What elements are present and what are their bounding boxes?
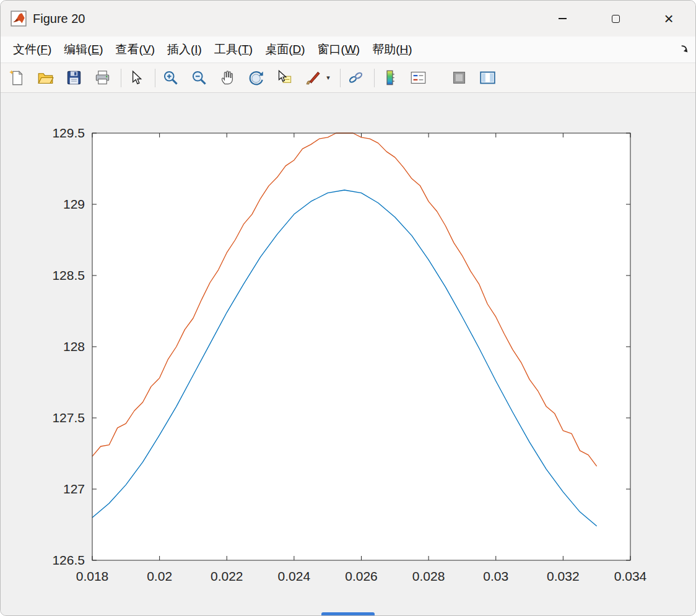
zoom-in-icon bbox=[162, 69, 179, 86]
brush-icon bbox=[305, 69, 321, 86]
toolbar-separator bbox=[155, 69, 155, 87]
svg-text:0.034: 0.034 bbox=[614, 569, 647, 583]
insert-legend-button[interactable] bbox=[408, 67, 428, 89]
pan-hand-icon bbox=[219, 69, 236, 86]
maximize-icon bbox=[612, 15, 620, 23]
save-icon bbox=[66, 69, 82, 86]
titlebar: Figure 20 × bbox=[1, 1, 695, 37]
svg-text:0.03: 0.03 bbox=[483, 569, 508, 583]
legend-icon bbox=[410, 69, 427, 86]
maximize-button[interactable] bbox=[589, 1, 642, 37]
svg-text:127: 127 bbox=[63, 482, 85, 496]
taskbar-indicator bbox=[321, 612, 375, 615]
svg-text:129.5: 129.5 bbox=[52, 126, 85, 140]
new-figure-button[interactable] bbox=[7, 67, 27, 89]
link-icon bbox=[347, 69, 364, 86]
show-plot-tools-dock-button[interactable] bbox=[477, 67, 497, 89]
insert-colorbar-button[interactable] bbox=[380, 67, 399, 89]
open-file-button[interactable] bbox=[35, 67, 55, 89]
zoom-out-icon bbox=[191, 69, 207, 86]
data-cursor-icon bbox=[276, 69, 293, 86]
toolbar: ▾ bbox=[1, 63, 695, 93]
menubar: 文件(F) 编辑(E) 查看(V) 插入(I) 工具(T) 桌面(D) 窗口(W… bbox=[1, 37, 695, 63]
link-plot-button[interactable] bbox=[346, 67, 365, 89]
menu-tools[interactable]: 工具(T) bbox=[208, 39, 259, 60]
menu-insert[interactable]: 插入(I) bbox=[161, 39, 208, 60]
window-title: Figure 20 bbox=[33, 12, 85, 26]
edit-plot-cursor-icon bbox=[128, 70, 144, 86]
hide-plot-tools-icon bbox=[451, 69, 468, 86]
minimize-icon bbox=[559, 18, 567, 19]
svg-text:129: 129 bbox=[63, 197, 85, 211]
menu-window[interactable]: 窗口(W) bbox=[311, 39, 367, 60]
print-icon bbox=[94, 69, 111, 86]
svg-text:128.5: 128.5 bbox=[52, 268, 85, 282]
menu-view[interactable]: 查看(V) bbox=[110, 39, 161, 60]
new-figure-icon bbox=[9, 69, 25, 86]
brush-dropdown-button[interactable]: ▾ bbox=[324, 67, 333, 89]
edit-plot-button[interactable] bbox=[126, 67, 146, 89]
svg-text:0.02: 0.02 bbox=[147, 569, 172, 583]
colorbar-icon bbox=[381, 69, 398, 86]
svg-text:0.024: 0.024 bbox=[278, 569, 311, 583]
menu-help[interactable]: 帮助(H) bbox=[366, 39, 418, 60]
window-controls: × bbox=[536, 1, 695, 37]
svg-text:0.032: 0.032 bbox=[547, 569, 580, 583]
toolbar-separator bbox=[374, 69, 375, 87]
zoom-out-button[interactable] bbox=[189, 67, 209, 89]
chevron-down-icon: ▾ bbox=[326, 74, 330, 82]
save-figure-button[interactable] bbox=[64, 67, 84, 89]
dock-figure-button[interactable] bbox=[679, 44, 690, 55]
zoom-in-button[interactable] bbox=[160, 67, 180, 89]
close-icon: × bbox=[664, 11, 673, 27]
svg-text:126.5: 126.5 bbox=[52, 553, 85, 567]
toolbar-separator bbox=[340, 69, 341, 87]
show-plot-tools-icon bbox=[479, 69, 496, 86]
data-cursor-button[interactable] bbox=[274, 67, 294, 89]
menu-edit[interactable]: 编辑(E) bbox=[58, 39, 109, 60]
plot-svg[interactable]: 0.0180.020.0220.0240.0260.0280.030.0320.… bbox=[1, 93, 696, 616]
svg-text:0.018: 0.018 bbox=[76, 569, 109, 583]
svg-text:0.022: 0.022 bbox=[211, 569, 243, 583]
print-figure-button[interactable] bbox=[92, 67, 112, 89]
toolbar-separator bbox=[121, 69, 121, 87]
rotate-3d-icon bbox=[248, 69, 264, 86]
svg-text:127.5: 127.5 bbox=[52, 410, 85, 425]
close-button[interactable]: × bbox=[642, 1, 695, 37]
matlab-icon bbox=[11, 11, 27, 27]
pan-button[interactable] bbox=[217, 67, 237, 89]
open-folder-icon bbox=[37, 69, 54, 86]
figure-window: Figure 20 × 文件(F) 编辑(E) 查看(V) 插入(I) 工具(T… bbox=[0, 0, 696, 616]
brush-data-button[interactable] bbox=[303, 67, 323, 89]
svg-text:0.026: 0.026 bbox=[345, 569, 378, 583]
menu-file[interactable]: 文件(F) bbox=[7, 39, 58, 60]
svg-text:0.028: 0.028 bbox=[412, 569, 445, 583]
svg-text:128: 128 bbox=[63, 339, 85, 354]
dock-figure-icon bbox=[679, 44, 690, 54]
rotate-3d-button[interactable] bbox=[246, 67, 266, 89]
figure-canvas: 0.0180.020.0220.0240.0260.0280.030.0320.… bbox=[1, 93, 696, 616]
menu-desktop[interactable]: 桌面(D) bbox=[259, 39, 311, 60]
hide-plot-tools-button[interactable] bbox=[449, 67, 469, 89]
minimize-button[interactable] bbox=[536, 1, 589, 37]
